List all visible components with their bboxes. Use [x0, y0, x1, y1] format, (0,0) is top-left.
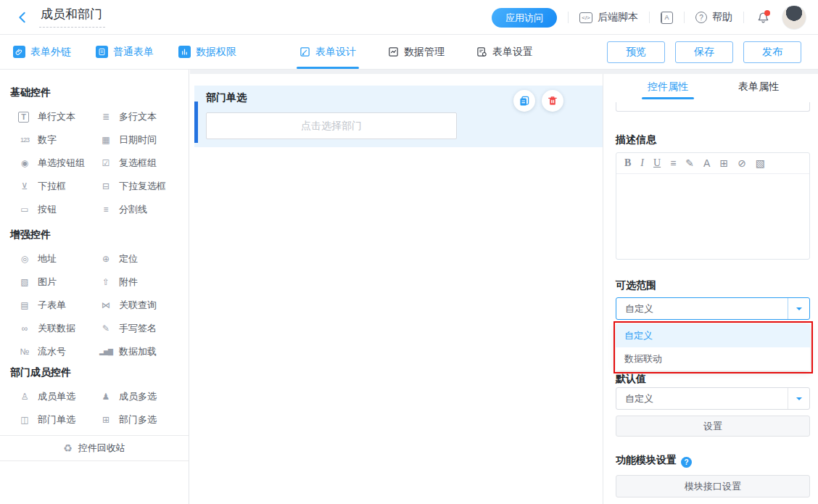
palette-item-address[interactable]: ◎地址 — [18, 252, 99, 265]
publish-button[interactable]: 发布 — [743, 41, 801, 63]
tab-form-settings-label: 表单设置 — [492, 46, 533, 59]
scrolled-partial-field[interactable] — [616, 102, 810, 112]
properties-panel: 控件属性 表单属性 描述信息 B I U ≡ ✎ A ⊞ ⊘ ▧ 可选范围 自定… — [603, 74, 818, 504]
dept-member-widgets-grid: ♙成员单选 ♟成员多选 ◫部门单选 ⊞部门多选 — [18, 390, 189, 426]
form-link-group: 表单外链 普通表单 数据权限 — [13, 35, 236, 69]
underline-icon[interactable]: U — [653, 157, 661, 169]
form-canvas: 部门单选 点击选择部门 — [190, 74, 603, 504]
form-designer-page: 成员和部门 应用访问 </> 后端脚本 A ? 帮助 — [0, 0, 818, 504]
member-multi-icon: ♟ — [99, 390, 112, 403]
tab-data-management[interactable]: 数据管理 — [388, 35, 445, 69]
bold-icon[interactable]: B — [624, 157, 631, 169]
palette-item-label: 子表单 — [38, 299, 66, 312]
palette-item-button[interactable]: ▭按钮 — [18, 203, 99, 216]
palette-item-select[interactable]: ⊻下拉框 — [18, 180, 99, 193]
default-value-value: 自定义 — [625, 388, 653, 409]
help-icon: ? — [695, 12, 707, 23]
font-color-icon[interactable]: A — [703, 157, 710, 169]
dept-picker-field[interactable]: 点击选择部门 — [206, 112, 457, 139]
widget-recycle-bin[interactable]: ♻ 控件回收站 — [0, 435, 189, 461]
backend-script-button[interactable]: </> 后端脚本 — [579, 11, 638, 24]
multi-line-text-icon: ≣ — [99, 110, 112, 123]
palette-item-multi-select[interactable]: ⊟下拉复选框 — [99, 180, 189, 193]
tab-form-properties[interactable]: 表单属性 — [738, 78, 779, 94]
insert-image-icon[interactable]: ▧ — [756, 157, 765, 169]
notification-bell-button[interactable] — [755, 9, 771, 25]
preview-button[interactable]: 预览 — [607, 41, 665, 63]
palette-item-member-single[interactable]: ♙成员单选 — [18, 390, 99, 403]
save-button[interactable]: 保存 — [675, 41, 733, 63]
normal-form-button[interactable]: 普通表单 — [96, 46, 154, 59]
dropdown-option-custom[interactable]: 自定义 — [616, 324, 810, 347]
default-value-label: 默认值 — [616, 373, 646, 386]
data-permission-button[interactable]: 数据权限 — [178, 46, 236, 59]
palette-item-label: 图片 — [38, 276, 57, 289]
unlink-icon[interactable]: ⊘ — [738, 157, 746, 169]
delete-widget-button[interactable] — [542, 90, 563, 112]
palette-item-serial-number[interactable]: №流水号 — [18, 345, 99, 358]
palette-item-member-multi[interactable]: ♟成员多选 — [99, 390, 189, 403]
palette-item-datetime[interactable]: ▦日期时间 — [99, 133, 189, 146]
palette-item-label: 成员多选 — [119, 390, 157, 403]
backend-script-label: 后端脚本 — [598, 11, 638, 24]
italic-icon[interactable]: I — [640, 157, 644, 169]
palette-item-subform[interactable]: ▤子表单 — [18, 299, 99, 312]
palette-item-signature[interactable]: ✎手写签名 — [99, 322, 189, 335]
tab-form-design-label: 表单设计 — [315, 46, 356, 59]
divider — [649, 12, 650, 23]
module-api-settings-button[interactable]: 模块接口设置 — [616, 475, 810, 497]
description-editor-area[interactable] — [616, 174, 809, 260]
form-external-link-button[interactable]: 表单外链 — [13, 46, 71, 59]
module-settings-label: 功能模块设置? — [616, 454, 692, 468]
palette-item-label: 分割线 — [119, 203, 147, 216]
palette-item-multi-line-text[interactable]: ≣多行文本 — [99, 110, 189, 123]
palette-item-single-line-text[interactable]: T单行文本 — [18, 110, 99, 123]
back-chevron-icon — [16, 11, 29, 24]
data-permission-label: 数据权限 — [196, 46, 236, 59]
help-question-icon[interactable]: ? — [681, 457, 692, 468]
copy-widget-button[interactable] — [513, 90, 535, 112]
address-book-button[interactable]: A — [661, 12, 673, 24]
tab-form-design[interactable]: 表单设计 — [299, 35, 356, 69]
palette-item-dept-multi[interactable]: ⊞部门多选 — [99, 413, 189, 426]
select-caret-segment[interactable] — [788, 298, 809, 319]
notification-dot — [764, 10, 770, 16]
palette-item-related-query[interactable]: ⋈关联查询 — [99, 299, 189, 312]
default-value-select[interactable]: 自定义 — [616, 387, 810, 410]
basic-widgets-grid: T单行文本 ≣多行文本 123数字 ▦日期时间 ◉单选按钮组 ☑复选框组 ⊻下拉… — [18, 110, 189, 216]
palette-item-dept-single[interactable]: ◫部门单选 — [18, 413, 99, 426]
app-access-button[interactable]: 应用访问 — [492, 8, 557, 28]
address-icon: ◎ — [18, 252, 31, 265]
palette-item-number[interactable]: 123数字 — [18, 133, 99, 146]
dropdown-option-data-linkage[interactable]: 数据联动 — [616, 347, 810, 371]
page-title[interactable]: 成员和部门 — [39, 7, 105, 28]
palette-item-checkbox-group[interactable]: ☑复选框组 — [99, 157, 189, 170]
align-icon[interactable]: ≡ — [670, 157, 676, 169]
description-editor[interactable]: B I U ≡ ✎ A ⊞ ⊘ ▧ — [616, 152, 810, 260]
avatar[interactable] — [782, 5, 806, 30]
pencil-icon[interactable]: ✎ — [685, 157, 694, 169]
help-label: 帮助 — [712, 11, 732, 24]
palette-item-attachment[interactable]: ⇧附件 — [99, 276, 189, 289]
selected-widget-dept-single[interactable]: 部门单选 点击选择部门 — [194, 86, 603, 147]
default-value-settings-button[interactable]: 设置 — [616, 416, 810, 437]
palette-item-divider-line[interactable]: ≡分割线 — [99, 203, 189, 216]
palette-item-label: 手写签名 — [119, 322, 157, 335]
back-button[interactable] — [15, 9, 30, 25]
help-button[interactable]: ? 帮助 — [695, 11, 732, 24]
clone-icon[interactable]: ⊞ — [719, 157, 728, 169]
palette-item-data-load[interactable]: ▂▅▇数据加载 — [99, 345, 189, 358]
multi-select-icon: ⊟ — [99, 180, 112, 193]
palette-item-location[interactable]: ⊕定位 — [99, 252, 189, 265]
optional-range-label: 可选范围 — [616, 279, 656, 292]
tab-widget-properties[interactable]: 控件属性 — [648, 78, 688, 94]
select-caret-segment[interactable] — [788, 388, 809, 409]
palette-item-image[interactable]: ▧图片 — [18, 276, 99, 289]
paperclip-icon — [13, 46, 25, 58]
palette-item-radio-group[interactable]: ◉单选按钮组 — [18, 157, 99, 170]
palette-item-related-data[interactable]: ∞关联数据 — [18, 322, 99, 335]
optional-range-select[interactable]: 自定义 — [616, 297, 810, 320]
tab-form-settings[interactable]: 表单设置 — [476, 35, 533, 69]
checkbox-group-icon: ☑ — [99, 157, 112, 170]
palette-item-label: 定位 — [119, 252, 138, 265]
